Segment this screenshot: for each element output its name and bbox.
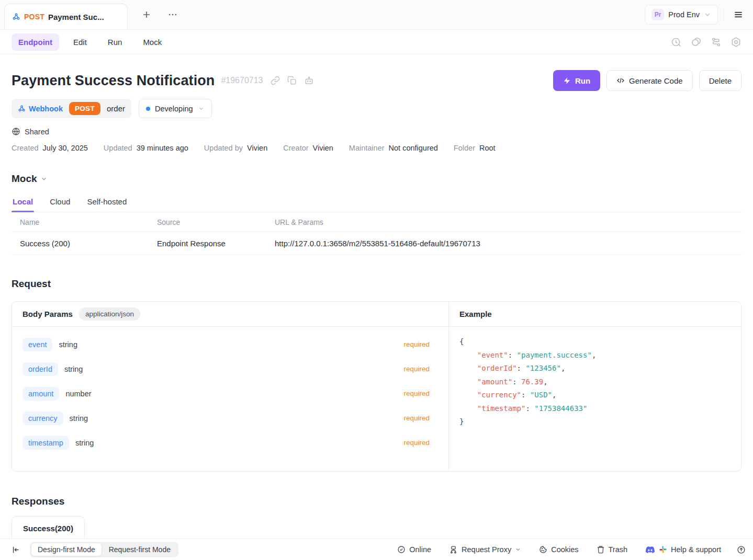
endpoint-nav-row: Endpoint Edit Run Mock xyxy=(0,29,753,54)
webhook-type-label[interactable]: Webhook xyxy=(18,105,63,113)
endpoint-tags-group: Webhook POST order xyxy=(12,99,131,118)
responses-section-heading: Responses xyxy=(12,496,741,507)
proxy-network-icon xyxy=(449,545,458,554)
main-menu-button[interactable] xyxy=(729,6,748,23)
json-line: "amount": 76.39, xyxy=(459,375,730,389)
status-selector[interactable]: Developing xyxy=(139,99,212,118)
param-row: currencystringrequired xyxy=(23,406,430,430)
endpoint-detail-panel: Payment Success Notification #19670713 xyxy=(0,54,753,539)
param-row: orderIdstringrequired xyxy=(23,357,430,381)
response-tab-success-200[interactable]: Success(200) xyxy=(12,516,85,539)
meta-value: Vivien xyxy=(313,144,333,152)
param-type: number xyxy=(65,390,91,398)
param-required-badge: required xyxy=(403,390,430,397)
tab-more-menu-button[interactable] xyxy=(159,0,186,29)
mock-robot-icon[interactable] xyxy=(304,76,314,86)
online-status[interactable]: Online xyxy=(397,545,431,554)
meta-label: Updated xyxy=(104,144,132,152)
collapse-sidebar-icon[interactable] xyxy=(7,543,25,556)
mock-tab-cloud[interactable]: Cloud xyxy=(49,193,71,212)
mock-tab-local[interactable]: Local xyxy=(12,193,34,212)
new-tab-button[interactable] xyxy=(134,0,159,29)
param-required-badge: required xyxy=(403,340,430,348)
run-button[interactable]: Run xyxy=(553,70,600,91)
tab-edit[interactable]: Edit xyxy=(66,33,94,51)
meta-value: Not configured xyxy=(389,144,438,152)
copy-icon[interactable] xyxy=(287,76,297,85)
environment-name: Prod Env xyxy=(668,10,700,19)
delete-button[interactable]: Delete xyxy=(699,70,741,91)
discord-icon xyxy=(645,546,655,554)
meta-value: 39 minutes ago xyxy=(137,144,188,152)
open-endpoint-tab[interactable]: POST Payment Suc... xyxy=(4,4,128,29)
chevron-down-icon xyxy=(40,175,48,182)
generate-code-button[interactable]: Generate Code xyxy=(606,70,693,91)
meta-item: FolderRoot xyxy=(454,144,496,152)
scroll-top-icon[interactable] xyxy=(737,545,746,554)
trash-button[interactable]: Trash xyxy=(597,545,628,554)
column-header-name: Name xyxy=(12,218,157,226)
mock-row-name: Success (200) xyxy=(12,239,157,248)
example-title: Example xyxy=(459,310,492,318)
param-required-badge: required xyxy=(403,414,430,422)
param-name[interactable]: amount xyxy=(23,387,59,401)
param-type: string xyxy=(64,365,83,373)
cookies-button[interactable]: Cookies xyxy=(539,545,578,554)
tab-endpoint[interactable]: Endpoint xyxy=(12,33,59,51)
table-row[interactable]: Success (200) Endpoint Response http://1… xyxy=(12,232,741,255)
settings-icon[interactable] xyxy=(730,37,741,48)
param-name[interactable]: timestamp xyxy=(23,436,69,450)
param-required-badge: required xyxy=(403,365,430,373)
meta-item: MaintainerNot configured xyxy=(349,144,438,152)
environment-badge: Pr xyxy=(651,9,665,20)
param-type: string xyxy=(70,414,88,422)
mock-tabs: Local Cloud Self-hosted xyxy=(12,193,741,212)
meta-value: Root xyxy=(479,144,496,152)
param-row: amountnumberrequired xyxy=(23,381,430,406)
tab-method-label: POST xyxy=(24,13,44,21)
meta-item: Updated39 minutes ago xyxy=(104,144,188,152)
example-json-code: { "event": "payment.success", "orderId":… xyxy=(449,327,741,437)
mock-tab-self-hosted[interactable]: Self-hosted xyxy=(86,193,128,212)
param-type: string xyxy=(75,439,94,447)
column-header-url-params: URL & Params xyxy=(275,218,741,226)
design-first-mode-button[interactable]: Design-first Mode xyxy=(31,543,102,556)
clone-icon[interactable] xyxy=(691,37,702,48)
environment-selector[interactable]: Pr Prod Env xyxy=(645,5,718,25)
divider xyxy=(723,8,724,21)
help-support-button[interactable]: Help & support xyxy=(645,545,721,554)
share-flow-icon[interactable] xyxy=(711,37,722,48)
method-badge: POST xyxy=(69,102,100,115)
meta-label: Updated by xyxy=(204,144,243,152)
code-icon xyxy=(616,76,625,85)
slack-icon xyxy=(659,545,667,554)
copy-link-icon[interactable] xyxy=(271,76,280,85)
body-params-list: eventstringrequiredorderIdstringrequired… xyxy=(12,327,448,460)
mock-row-url[interactable]: http://127.0.0.1:3658/m2/553851-516486-d… xyxy=(275,239,741,248)
json-line: } xyxy=(459,415,730,429)
mock-section-heading[interactable]: Mock xyxy=(12,173,741,185)
tab-run[interactable]: Run xyxy=(101,33,129,51)
page-title: Payment Success Notification xyxy=(12,73,215,89)
endpoint-tag-order[interactable]: order xyxy=(107,104,125,113)
column-header-source: Source xyxy=(157,218,275,226)
param-name[interactable]: event xyxy=(23,338,52,351)
param-required-badge: required xyxy=(403,439,430,447)
param-type: string xyxy=(59,340,77,349)
tab-mock[interactable]: Mock xyxy=(136,33,168,51)
share-status[interactable]: Shared xyxy=(12,127,741,136)
history-icon[interactable] xyxy=(671,37,682,48)
check-circle-icon xyxy=(397,545,406,554)
request-proxy-selector[interactable]: Request Proxy xyxy=(449,545,521,554)
json-line: "event": "payment.success", xyxy=(459,349,730,362)
content-type-badge: application/json xyxy=(79,307,140,321)
mode-toggle: Design-first Mode Request-first Mode xyxy=(30,542,178,557)
meta-label: Folder xyxy=(454,144,475,152)
request-first-mode-button[interactable]: Request-first Mode xyxy=(102,543,177,556)
json-line: "currency": "USD", xyxy=(459,388,730,402)
param-row: timestampstringrequired xyxy=(23,430,430,455)
param-name[interactable]: currency xyxy=(23,412,63,425)
status-label: Developing xyxy=(155,105,193,113)
param-name[interactable]: orderId xyxy=(23,362,58,376)
globe-icon xyxy=(12,127,20,136)
